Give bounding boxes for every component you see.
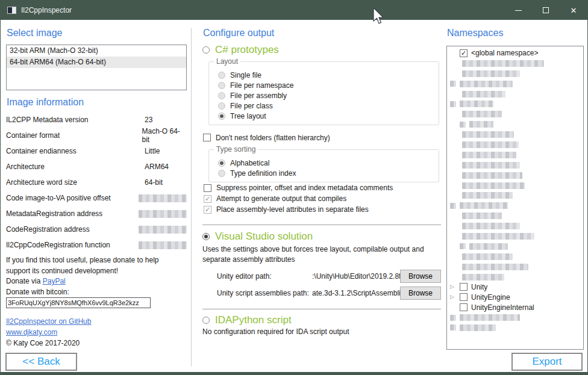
namespace-row[interactable]	[447, 323, 583, 333]
links-block: Il2CppInspector on GitHub www.djkaty.com…	[6, 316, 187, 349]
namespace-row[interactable]	[447, 181, 583, 191]
minimize-button[interactable]	[504, 1, 532, 20]
image-list-item[interactable]: 64-bit ARM64 (Mach-O 64-bit)	[7, 57, 186, 68]
radio-option[interactable]: File per namespace	[218, 80, 439, 90]
namespace-row[interactable]	[447, 150, 583, 160]
bitcoin-address-field[interactable]	[6, 297, 151, 308]
radio-option-label: File per class	[230, 102, 273, 110]
unity-path-value: ate.3d-3.1.2\ScriptAssemblies	[312, 289, 400, 297]
visual-studio-radio[interactable]: Visual Studio solution	[202, 231, 442, 243]
namespace-row[interactable]	[447, 79, 583, 89]
namespace-row[interactable]	[447, 119, 583, 129]
image-list-item[interactable]: 32-bit ARM (Mach-O 32-bit)	[7, 45, 186, 57]
radio-option-label: File per assembly	[230, 91, 287, 100]
info-label: Il2CppCodeRegistration function	[6, 241, 139, 249]
github-link[interactable]: Il2CppInspector on GitHub	[6, 317, 91, 326]
radio-option[interactable]: File per assembly	[218, 90, 439, 101]
minimize-icon	[515, 10, 522, 11]
namespace-row[interactable]	[447, 99, 583, 109]
checkbox-icon	[204, 184, 211, 192]
flag-checkbox[interactable]: ✓Attempt to generate output that compile…	[204, 193, 442, 204]
namespace-row[interactable]	[447, 211, 583, 221]
website-link[interactable]: www.djkaty.com	[6, 328, 57, 336]
csharp-prototypes-radio[interactable]: C# prototypes	[202, 44, 442, 56]
browse-button[interactable]: Browse	[400, 270, 441, 283]
back-button[interactable]: << Back	[5, 353, 77, 371]
expander-icon[interactable]: ▷	[450, 294, 460, 300]
image-info-header: Image information	[7, 96, 187, 108]
namespace-row[interactable]	[447, 312, 583, 323]
info-label: Code image-to-VA positive offset	[6, 194, 139, 202]
checkbox-icon	[460, 283, 468, 291]
paypal-link[interactable]: PayPal	[43, 277, 66, 285]
radio-icon	[218, 102, 225, 110]
radio-option[interactable]: File per class	[218, 101, 439, 111]
title-bar: Il2CppInspector ✕	[1, 1, 587, 20]
namespace-row[interactable]	[447, 190, 583, 200]
radio-icon	[202, 46, 210, 54]
donate-line2: support its continued development!	[6, 266, 187, 277]
maximize-button[interactable]	[532, 1, 560, 20]
layout-options: Single fileFile per namespaceFile per as…	[218, 70, 439, 121]
info-label: IL2CPP Metadata version	[6, 116, 145, 124]
app-icon	[7, 7, 16, 14]
radio-icon	[218, 82, 225, 89]
namespace-row[interactable]	[447, 170, 583, 181]
dont-nest-label: Don't nest folders (flatten hierarchy)	[216, 134, 330, 142]
radio-option-label: Type definition index	[230, 169, 296, 178]
namespace-row[interactable]: ▷Unity	[447, 282, 583, 292]
flag-checkbox[interactable]: Suppress pointer, offset and index metad…	[204, 182, 442, 193]
namespace-row[interactable]: ✓<global namespace>	[447, 48, 583, 58]
namespaces-list[interactable]: ✓<global namespace>▷Unity▷UnityEngineUni…	[446, 46, 584, 350]
layout-groupbox: Layout Single fileFile per namespaceFile…	[208, 61, 439, 125]
redacted-value	[139, 210, 187, 218]
maximize-icon	[543, 7, 549, 13]
idapython-radio[interactable]: IDAPython script	[202, 314, 442, 326]
namespace-row[interactable]	[447, 262, 583, 272]
redacted-namespace	[462, 223, 520, 229]
namespace-row[interactable]	[447, 58, 583, 69]
window-controls: ✕	[504, 1, 587, 20]
namespace-row[interactable]	[447, 200, 583, 211]
info-value: 23	[145, 116, 152, 124]
namespace-row[interactable]	[447, 69, 583, 79]
namespace-row[interactable]	[447, 109, 583, 119]
namespace-row[interactable]	[447, 129, 583, 140]
radio-option[interactable]: Type definition index	[218, 168, 439, 178]
info-label: Architecture	[6, 163, 145, 171]
namespace-row[interactable]	[447, 231, 583, 241]
redacted-namespace	[462, 60, 544, 67]
namespace-row[interactable]	[447, 160, 583, 170]
namespace-row[interactable]: UnityEngineInternal	[447, 302, 583, 312]
redacted-namespace	[460, 324, 496, 331]
unity-path-row: Unity script assemblies path:ate.3d-3.1.…	[217, 287, 441, 300]
expander-icon[interactable]: ▷	[450, 284, 460, 290]
csharp-prototypes-label: C# prototypes	[215, 44, 279, 56]
flag-label: Place assembly-level attributes in separ…	[216, 205, 369, 214]
dont-nest-checkbox[interactable]: Don't nest folders (flatten hierarchy)	[203, 132, 442, 143]
redacted-expander	[460, 122, 466, 128]
radio-option[interactable]: Single file	[218, 70, 439, 80]
namespace-row[interactable]: ▷UnityEngine	[447, 292, 583, 302]
radio-option[interactable]: Tree layout	[218, 111, 439, 121]
namespace-row[interactable]	[447, 252, 583, 262]
namespace-row[interactable]	[447, 140, 583, 150]
configure-output-header: Configure output	[203, 27, 442, 39]
type-sorting-group-title: Type sorting	[214, 145, 258, 153]
window-bottom-border	[1, 372, 587, 374]
redacted-namespace	[462, 162, 520, 169]
image-list[interactable]: 32-bit ARM (Mach-O 32-bit)64-bit ARM64 (…	[6, 45, 187, 90]
visual-studio-label: Visual Studio solution	[215, 231, 313, 243]
namespace-row[interactable]	[447, 221, 583, 231]
namespace-row[interactable]	[447, 272, 583, 282]
layout-group-title: Layout	[214, 57, 240, 66]
radio-option[interactable]: Alphabetical	[218, 158, 439, 168]
flag-checkbox[interactable]: ✓Place assembly-level attributes in sepa…	[204, 204, 442, 215]
info-label: Container endianness	[6, 147, 145, 155]
radio-selected-icon	[218, 113, 225, 120]
export-button[interactable]: Export	[511, 353, 583, 371]
namespace-row[interactable]	[447, 241, 583, 252]
browse-button[interactable]: Browse	[400, 287, 441, 300]
close-button[interactable]: ✕	[560, 1, 587, 20]
namespace-row[interactable]	[447, 89, 583, 99]
